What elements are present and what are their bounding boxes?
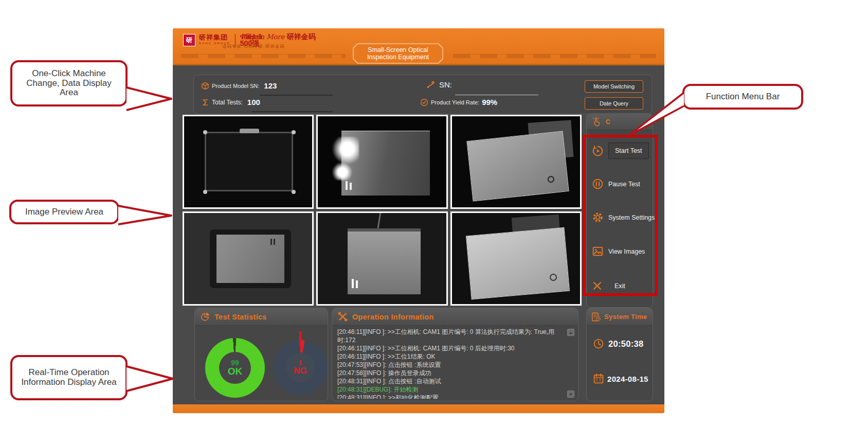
- hand-click-icon: [592, 117, 602, 127]
- preview-image-4: [183, 211, 314, 306]
- log-scroll-down-button[interactable]: ▼: [567, 391, 574, 398]
- log-line: [20:48:31][DEBUG]: 开始检测: [337, 385, 565, 394]
- header-circuit-decoration-left: [181, 54, 346, 58]
- time-title: System Time: [604, 313, 647, 321]
- ok-count: 99: [231, 359, 239, 367]
- preview-image-2: [316, 115, 447, 209]
- preview-image-5: [316, 211, 447, 306]
- system-time-value: 20:50:38: [608, 339, 643, 349]
- stats-header: Test Statistics: [195, 308, 328, 326]
- log-line: [20:46:11][INFO ]: >>工位相机: CAM1 图片编号: 0 …: [337, 328, 565, 344]
- page-title: Small-Screen Optical Inspection Equipmen…: [354, 44, 442, 63]
- logo-script: Regain More 研祥金码: [241, 32, 315, 42]
- sigma-icon: [201, 98, 209, 107]
- total-tests-value: 100: [247, 98, 260, 107]
- data-display-panel: Product Model SN: 123 Total Tests: 100 S…: [193, 75, 652, 114]
- model-switching-button[interactable]: Model Switching: [585, 80, 643, 93]
- total-tests-label: Total Tests:: [212, 99, 243, 106]
- logo-group-name: 研祥集团: [199, 34, 230, 41]
- sn-label: SN:: [439, 80, 452, 89]
- doc-clock-icon: [591, 312, 601, 322]
- preview-image-1: [183, 115, 314, 209]
- callout-image-area-pointer: [118, 206, 171, 224]
- product-model-underline: [260, 95, 333, 96]
- callout-image-area: Image Preview Area: [9, 200, 119, 224]
- logo-brand: 研祥金码: [286, 32, 315, 41]
- log-line: [20:46:11][INFO ]: >>工位相机: CAM1 图片编号: 0 …: [337, 344, 565, 352]
- ng-donut-chart: 1 NG: [273, 340, 328, 395]
- system-time-panel: System Time 20:50:38 2024-08-15: [586, 308, 653, 401]
- log-line: [20:46:11][INFO ]: >>工位1结果: OK: [337, 352, 565, 361]
- calendar-icon: [593, 373, 604, 384]
- preview-image-3: [450, 115, 582, 209]
- screenshot-stage: 研 研祥集团 EVOC GROUP 中国企业 500强 读码专家·扫码专家·研祥…: [0, 0, 868, 443]
- log-line: [20:47:53][INFO ]: 点击按钮 :系统设置: [337, 361, 565, 369]
- menu-header-label: C: [606, 118, 610, 126]
- ng-count: 1: [298, 359, 302, 366]
- tools-icon: [337, 311, 348, 322]
- time-header: System Time: [587, 308, 653, 326]
- logo-tagline: 读码专家·扫码专家·研祥金码: [222, 44, 285, 50]
- ops-title: Operation Information: [352, 313, 434, 321]
- log-line: [20:47:58][INFO ]: 操作员登录成功: [337, 369, 565, 377]
- callout-data-area-pointer: [126, 87, 171, 110]
- callout-menu-bar: Function Menu Bar: [682, 84, 803, 110]
- product-model-label: Product Model SN:: [212, 83, 259, 89]
- ok-label: OK: [228, 366, 243, 377]
- ng-label: NG: [294, 366, 307, 376]
- yield-check-icon: [420, 98, 428, 107]
- yield-label: Product Yield Rate:: [431, 99, 479, 105]
- menu-header: C: [587, 114, 653, 130]
- image-preview-grid: [183, 115, 582, 306]
- app-title-badge: Small-Screen Optical Inspection Equipmen…: [353, 43, 443, 64]
- ok-donut-chart: 99 OK: [205, 338, 265, 398]
- pie-chart-icon: [200, 312, 210, 322]
- log-scroll-up-button[interactable]: ▲: [567, 329, 574, 336]
- log-line: [20:48:31][INFO ]: 点击按钮 :自动测试: [337, 377, 565, 385]
- operation-information-panel: Operation Information [20:46:11][INFO ]:…: [332, 308, 578, 401]
- log-lines[interactable]: [20:46:11][INFO ]: >>工位相机: CAM1 图片编号: 0 …: [337, 328, 565, 399]
- ng-tick-mark: [299, 331, 301, 347]
- ops-header: Operation Information: [332, 308, 578, 326]
- callout-info-area-pointer: [126, 366, 173, 391]
- menu-annotation-rectangle: [583, 135, 658, 296]
- callout-data-area: One-Click Machine Change, Data Display A…: [10, 60, 128, 107]
- total-tests-underline: [251, 111, 333, 112]
- app-footer-bar: [173, 404, 664, 413]
- stats-title: Test Statistics: [214, 313, 267, 321]
- log-line: [20:48:31][INFO ]: >>初始化检测配置: [337, 394, 565, 399]
- date-query-button[interactable]: Date Query: [585, 97, 643, 110]
- test-statistics-panel: Test Statistics 99 OK 1 NG: [194, 308, 328, 401]
- system-date-value: 2024-08-15: [607, 375, 648, 383]
- evoc-logo-icon: 研: [183, 34, 195, 46]
- sn-link-icon: [426, 81, 437, 89]
- preview-image-6: [450, 211, 582, 306]
- callout-info-area: Real-Time Operation Information Display …: [10, 355, 128, 400]
- product-model-value: 123: [264, 81, 277, 90]
- app-header: 研 研祥集团 EVOC GROUP 中国企业 500强 读码专家·扫码专家·研祥…: [173, 28, 664, 65]
- clock-icon: [593, 338, 604, 349]
- product-box-icon: [201, 82, 209, 90]
- header-circuit-decoration-right: [453, 54, 656, 58]
- sn-underline: [455, 95, 538, 95]
- yield-value: 99%: [482, 98, 497, 107]
